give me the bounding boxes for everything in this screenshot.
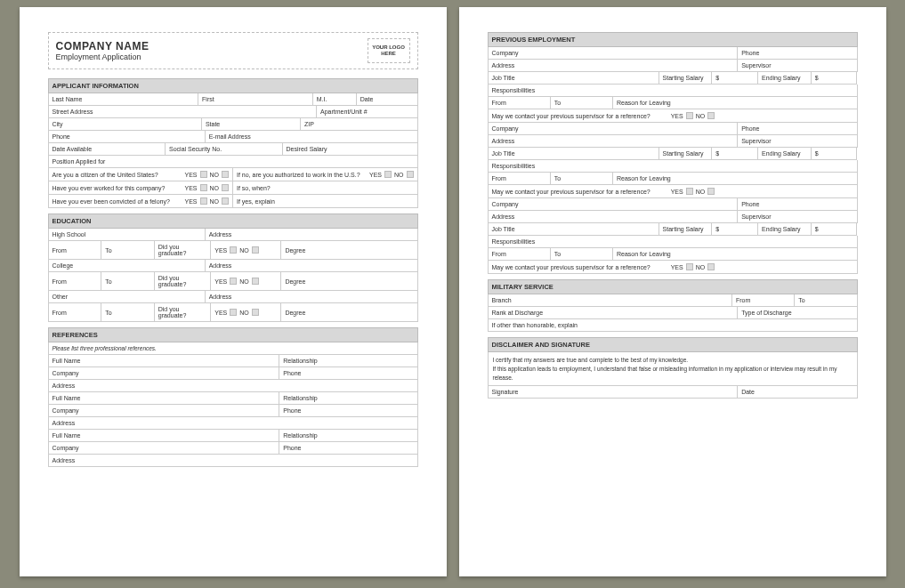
emp3-yes-checkbox[interactable] [686, 263, 693, 270]
ref2-company-field[interactable]: Company [49, 405, 280, 417]
other-from-field[interactable]: From [49, 303, 102, 322]
emp1-yes-checkbox[interactable] [686, 112, 693, 119]
emp2-no-checkbox[interactable] [707, 188, 715, 195]
emp1-start-salary-field[interactable]: $ [712, 72, 758, 85]
emp1-reason-field[interactable]: Reason for Leaving [613, 97, 857, 109]
military-discharge-type-field[interactable]: Type of Discharge [738, 307, 857, 319]
emp3-responsibilities-field[interactable]: Responsibilities [489, 236, 858, 248]
sign-date-field[interactable]: Date [738, 386, 857, 399]
emp1-company-field[interactable]: Company [489, 47, 739, 60]
date-field[interactable]: Date [357, 93, 418, 106]
emp3-address-field[interactable]: Address [489, 211, 739, 223]
mi-field[interactable]: M.I. [313, 93, 357, 106]
ref1-phone-field[interactable]: Phone [279, 367, 417, 380]
auth-no-checkbox[interactable] [407, 171, 414, 178]
emp2-reason-field[interactable]: Reason for Leaving [613, 173, 857, 185]
other-no-checkbox[interactable] [252, 309, 259, 316]
date-available-field[interactable]: Date Available [49, 143, 166, 156]
last-name-field[interactable]: Last Name [49, 93, 199, 106]
emp1-to-field[interactable]: To [551, 97, 613, 109]
ref1-company-field[interactable]: Company [49, 367, 280, 380]
emp2-jobtitle-field[interactable]: Job Title [489, 148, 659, 160]
emp3-jobtitle-field[interactable]: Job Title [489, 223, 659, 236]
college-degree-field[interactable]: Degree [281, 272, 417, 291]
military-from-field[interactable]: From [732, 294, 795, 307]
other-to-field[interactable]: To [101, 303, 155, 322]
desired-salary-field[interactable]: Desired Salary [283, 143, 418, 156]
ref3-phone-field[interactable]: Phone [279, 442, 417, 455]
ref3-address-field[interactable]: Address [49, 455, 418, 467]
emp3-no-checkbox[interactable] [707, 263, 715, 270]
emp1-address-field[interactable]: Address [489, 60, 739, 72]
emp2-responsibilities-field[interactable]: Responsibilities [489, 160, 858, 173]
college-address-field[interactable]: Address [206, 260, 418, 272]
hs-no-checkbox[interactable] [252, 246, 259, 254]
emp3-start-salary-field[interactable]: $ [712, 223, 758, 236]
ref3-relationship-field[interactable]: Relationship [279, 430, 417, 442]
apt-field[interactable]: Apartment/Unit # [317, 106, 417, 118]
hs-from-field[interactable]: From [49, 241, 102, 260]
state-field[interactable]: State [202, 118, 301, 131]
position-field[interactable]: Position Applied for [49, 156, 418, 168]
military-to-field[interactable]: To [795, 294, 857, 307]
ref1-name-field[interactable]: Full Name [49, 355, 280, 367]
ref3-name-field[interactable]: Full Name [49, 430, 280, 442]
emp1-responsibilities-field[interactable]: Responsibilities [489, 85, 858, 97]
worked-no-checkbox[interactable] [222, 184, 229, 191]
college-yes-checkbox[interactable] [230, 278, 237, 285]
citizen-no-checkbox[interactable] [222, 171, 229, 178]
emp1-from-field[interactable]: From [489, 97, 551, 109]
emp3-to-field[interactable]: To [551, 248, 613, 261]
other-yes-checkbox[interactable] [230, 309, 237, 316]
military-rank-field[interactable]: Rank at Discharge [489, 307, 739, 319]
emp3-from-field[interactable]: From [489, 248, 551, 261]
emp2-yes-checkbox[interactable] [686, 188, 693, 195]
ref1-address-field[interactable]: Address [49, 380, 418, 392]
other-field[interactable]: Other [49, 291, 206, 303]
emp2-to-field[interactable]: To [551, 173, 613, 185]
emp2-address-field[interactable]: Address [489, 135, 739, 148]
emp1-end-salary-field[interactable]: $ [812, 72, 858, 85]
email-field[interactable]: E-mail Address [206, 131, 418, 143]
emp2-from-field[interactable]: From [489, 173, 551, 185]
emp1-jobtitle-field[interactable]: Job Title [489, 72, 659, 85]
emp3-reason-field[interactable]: Reason for Leaving [613, 248, 857, 261]
college-field[interactable]: College [49, 260, 206, 272]
emp2-phone-field[interactable]: Phone [738, 123, 857, 135]
ssn-field[interactable]: Social Security No. [166, 143, 283, 156]
emp1-phone-field[interactable]: Phone [738, 47, 857, 60]
emp3-end-salary-field[interactable]: $ [812, 223, 858, 236]
felony-yes-checkbox[interactable] [200, 197, 207, 205]
college-no-checkbox[interactable] [252, 278, 259, 285]
ref2-name-field[interactable]: Full Name [49, 392, 280, 405]
phone-field[interactable]: Phone [49, 131, 206, 143]
other-degree-field[interactable]: Degree [281, 303, 417, 322]
college-from-field[interactable]: From [49, 272, 102, 291]
worked-yes-checkbox[interactable] [200, 184, 207, 191]
military-other-explain-field[interactable]: If other than honorable, explain [489, 319, 858, 332]
emp2-supervisor-field[interactable]: Supervisor [738, 135, 857, 148]
hs-yes-checkbox[interactable] [230, 246, 237, 254]
college-to-field[interactable]: To [101, 272, 155, 291]
street-field[interactable]: Street Address [49, 106, 318, 118]
emp3-company-field[interactable]: Company [489, 198, 739, 211]
ref3-company-field[interactable]: Company [49, 442, 280, 455]
ref2-phone-field[interactable]: Phone [279, 405, 417, 417]
if-so-when-field[interactable]: If so, when? [233, 181, 418, 195]
city-field[interactable]: City [49, 118, 202, 131]
felony-explain-field[interactable]: If yes, explain [233, 195, 418, 208]
emp3-supervisor-field[interactable]: Supervisor [738, 211, 857, 223]
first-name-field[interactable]: First [198, 93, 313, 106]
emp1-no-checkbox[interactable] [707, 112, 715, 119]
high-school-field[interactable]: High School [49, 229, 206, 241]
ref1-relationship-field[interactable]: Relationship [279, 355, 417, 367]
hs-address-field[interactable]: Address [206, 229, 418, 241]
ref2-address-field[interactable]: Address [49, 417, 418, 430]
other-address-field[interactable]: Address [206, 291, 418, 303]
emp2-start-salary-field[interactable]: $ [712, 148, 758, 160]
emp2-end-salary-field[interactable]: $ [812, 148, 858, 160]
ref2-relationship-field[interactable]: Relationship [279, 392, 417, 405]
emp1-supervisor-field[interactable]: Supervisor [738, 60, 857, 72]
emp2-company-field[interactable]: Company [489, 123, 739, 135]
citizen-yes-checkbox[interactable] [200, 171, 207, 178]
